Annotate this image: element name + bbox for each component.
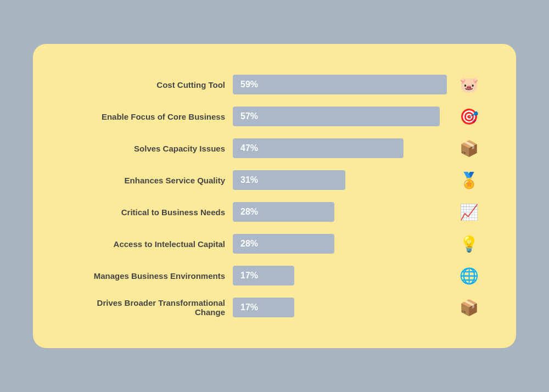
bar-label: Critical to Business Needs (66, 208, 225, 217)
bar-fill: 57% (233, 107, 440, 126)
medal-icon: 🏅 (455, 171, 483, 189)
bar-row: Enhances Service Quality31%🏅 (66, 167, 483, 193)
chart-card: Cost Cutting Tool59%🐷Enable Focus of Cor… (33, 44, 516, 348)
bar-value: 17% (240, 303, 258, 312)
lightbulb-icon: 💡 (455, 235, 483, 253)
bar-row: Critical to Business Needs28%📈 (66, 199, 483, 225)
bar-fill: 28% (233, 202, 334, 222)
bar-row: Access to Intelectual Capital28%💡 (66, 231, 483, 257)
bar-row: Solves Capacity Issues47%📦 (66, 135, 483, 161)
bar-label: Manages Business Environments (66, 271, 225, 281)
bar-value: 31% (240, 175, 258, 185)
bar-container: 47% (233, 138, 447, 158)
bar-label: Access to Intelectual Capital (66, 239, 225, 249)
bar-row: Cost Cutting Tool59%🐷 (66, 71, 483, 98)
bar-row: Enable Focus of Core Business57%🎯 (66, 103, 483, 130)
bar-container: 31% (233, 170, 447, 190)
bar-row: Manages Business Environments17%🌐 (66, 262, 483, 289)
bar-fill: 28% (233, 234, 334, 254)
bar-container: 28% (233, 234, 447, 254)
boxes-icon: 📦 (455, 139, 483, 158)
bar-container: 57% (233, 107, 447, 126)
bar-container: 59% (233, 75, 447, 94)
transform-icon: 📦 (455, 299, 483, 317)
bar-value: 28% (240, 239, 258, 249)
bar-value: 59% (240, 80, 258, 89)
bar-label: Drives Broader Transformational Change (66, 298, 225, 317)
bar-container: 17% (233, 298, 447, 317)
bar-label: Enable Focus of Core Business (66, 112, 225, 121)
bar-row: Drives Broader Transformational Change17… (66, 294, 483, 321)
globe-icon: 🌐 (455, 267, 483, 285)
bar-value: 28% (240, 207, 258, 217)
bar-label: Cost Cutting Tool (66, 80, 225, 89)
bar-fill: 17% (233, 298, 294, 317)
bar-fill: 59% (233, 75, 447, 94)
bar-fill: 47% (233, 138, 404, 158)
bar-value: 57% (240, 111, 258, 121)
growth-icon: 📈 (455, 203, 483, 221)
bar-value: 47% (240, 143, 258, 153)
bar-container: 17% (233, 266, 447, 285)
bar-label: Enhances Service Quality (66, 176, 225, 185)
bar-container: 28% (233, 202, 447, 222)
bar-label: Solves Capacity Issues (66, 144, 225, 153)
bar-value: 17% (240, 271, 258, 281)
piggy-bank-icon: 🐷 (455, 76, 483, 94)
target-icon: 🎯 (455, 108, 483, 126)
bar-fill: 17% (233, 266, 294, 285)
bar-fill: 31% (233, 170, 345, 190)
